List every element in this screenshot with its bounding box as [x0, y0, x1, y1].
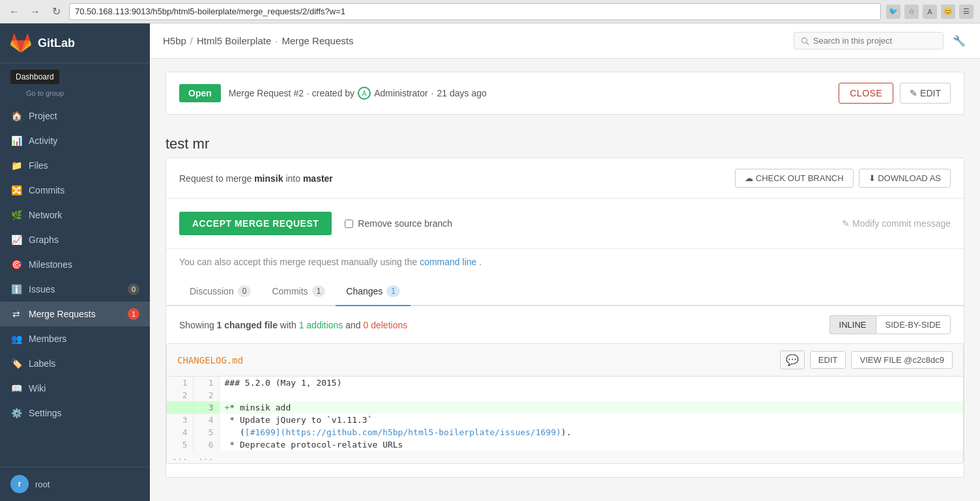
milestones-icon: 🎯: [10, 259, 22, 270]
mr-status-badge: Open: [179, 84, 221, 102]
sidebar-item-settings[interactable]: ⚙️ Settings: [0, 401, 150, 425]
merge-text: Request to merge minsik into master: [179, 173, 333, 184]
mr-meta: Merge Request #2 · created by A Administ…: [229, 87, 487, 100]
inline-view-button[interactable]: INLINE: [829, 315, 876, 334]
sidebar-item-network[interactable]: 🌿 Network: [0, 203, 150, 227]
graphs-icon: 📈: [10, 234, 22, 246]
sidebar-item-milestones[interactable]: 🎯 Milestones: [0, 252, 150, 277]
download-button[interactable]: ⬇ DOWNLOAD AS: [859, 169, 951, 188]
sidebar-nav: 🏠 Project 📊 Activity 📁 Files 🔀 Commits 🌿…: [0, 104, 150, 466]
mr-time-ago: 21 days ago: [437, 88, 486, 98]
page-content: Open Merge Request #2 · created by A Adm…: [150, 59, 980, 501]
side-by-side-view-button[interactable]: SIDE-BY-SIDE: [876, 315, 951, 334]
star-icon[interactable]: ☆: [904, 5, 919, 19]
sidebar-label-labels: Labels: [29, 358, 139, 369]
user-avatar[interactable]: r: [10, 475, 29, 493]
file-actions: 💬 EDIT VIEW FILE @c2c8dc9: [780, 351, 953, 369]
search-box[interactable]: [794, 32, 944, 50]
back-button[interactable]: ←: [7, 4, 22, 20]
mr-meta-sep: ·: [431, 88, 434, 98]
sidebar-label-issues: Issues: [29, 284, 121, 294]
merge-requests-badge: 1: [128, 308, 139, 320]
mr-creator: Administrator: [374, 88, 427, 98]
file-name: CHANGELOG.md: [177, 355, 243, 365]
command-line-link[interactable]: command line: [420, 257, 476, 267]
sidebar-item-activity[interactable]: 📊 Activity: [0, 128, 150, 153]
merge-label: Request to merge: [179, 173, 254, 184]
new-line-num: 1: [193, 377, 219, 389]
sidebar-group-area: Dashboard Go to group: [0, 63, 150, 104]
new-line-num: 2: [193, 389, 219, 401]
sidebar-item-labels[interactable]: 🏷️ Labels: [0, 351, 150, 376]
comment-icon-button[interactable]: 💬: [780, 351, 805, 369]
sidebar-label-settings: Settings: [29, 408, 139, 418]
sidebar-label-milestones: Milestones: [29, 259, 139, 270]
sidebar-label-files: Files: [29, 160, 139, 171]
browser-chrome: ← → ↻ 🐦 ☆ A 😊 ☰: [0, 0, 980, 23]
sidebar-item-merge-requests[interactable]: ⇄ Merge Requests 1: [0, 302, 150, 326]
tab-changes[interactable]: Changes 1: [336, 278, 411, 306]
sidebar-label-graphs: Graphs: [29, 235, 139, 245]
edit-file-button[interactable]: EDIT: [810, 351, 846, 369]
home-icon: 🏠: [10, 110, 22, 122]
sidebar-item-graphs[interactable]: 📈 Graphs: [0, 227, 150, 252]
breadcrumb-project[interactable]: Html5 Boilerplate: [197, 35, 271, 46]
sidebar-item-commits[interactable]: 🔀 Commits: [0, 178, 150, 203]
mr-body-card: Request to merge minsik into master ☁ CH…: [166, 158, 964, 478]
modify-commit-link[interactable]: ✎ Modify commit message: [842, 218, 951, 229]
checkout-branch-button[interactable]: ☁ CHECK OUT BRANCH: [735, 169, 853, 188]
mr-title-section: test mr: [166, 125, 964, 158]
gitlab-logo: [10, 33, 31, 53]
ellipsis-cell3: [219, 451, 963, 463]
old-line-num: 5: [167, 438, 193, 451]
file-diff: CHANGELOG.md 💬 EDIT VIEW FILE @c2c8dc9 1…: [166, 343, 964, 464]
accept-row: ACCEPT MERGE REQUEST Remove source branc…: [179, 212, 951, 235]
changes-header: Showing 1 changed file with 1 additions …: [166, 306, 964, 343]
menu-icon[interactable]: ☰: [959, 5, 973, 19]
diff-table: 1 1 ### 5.2.0 (May 1, 2015) 2 2: [167, 377, 963, 463]
sidebar-label-merge-requests: Merge Requests: [29, 309, 121, 319]
view-file-button[interactable]: VIEW FILE @c2c8dc9: [851, 351, 953, 369]
tab-discussion-label: Discussion: [190, 286, 234, 296]
close-button[interactable]: CLOSE: [839, 83, 893, 104]
diff-row: 1 1 ### 5.2.0 (May 1, 2015): [167, 377, 963, 389]
refresh-button[interactable]: ↻: [48, 4, 64, 20]
old-line-num: [167, 401, 193, 414]
changed-count: 1 changed file: [217, 320, 278, 330]
wrench-icon[interactable]: 🔧: [951, 33, 967, 48]
diff-row: 4 5 ([#1699](https://github.com/h5bp/htm…: [167, 426, 963, 438]
line-content: ([#1699](https://github.com/h5bp/html5-b…: [219, 426, 963, 438]
breadcrumb-org[interactable]: H5bp: [163, 35, 186, 46]
search-input[interactable]: [813, 36, 936, 46]
mr-meta-created: · created by: [307, 88, 354, 98]
tab-discussion[interactable]: Discussion 0: [179, 278, 261, 306]
sidebar-brand: GitLab: [38, 36, 75, 50]
remove-source-label: Remove source branch: [345, 218, 452, 229]
diff-ellipsis: ... ...: [167, 451, 963, 463]
tabs-bar: Discussion 0 Commits 1 Changes 1: [166, 278, 964, 306]
network-icon: 🌿: [10, 209, 22, 221]
sidebar-item-project[interactable]: 🏠 Project: [0, 104, 150, 128]
app-layout: GitLab Dashboard Go to group 🏠 Project 📊…: [0, 23, 980, 501]
accept-merge-request-button[interactable]: ACCEPT MERGE REQUEST: [179, 212, 332, 235]
diff-row: 3 4 * Update jQuery to `v1.11.3`: [167, 414, 963, 426]
sidebar-item-issues[interactable]: ℹ️ Issues 0: [0, 277, 150, 302]
view-toggle: INLINE SIDE-BY-SIDE: [829, 315, 951, 334]
sidebar-item-wiki[interactable]: 📖 Wiki: [0, 376, 150, 401]
remove-source-checkbox[interactable]: [345, 220, 353, 228]
tab-commits-count: 1: [312, 285, 326, 297]
sidebar-item-members[interactable]: 👥 Members: [0, 326, 150, 351]
tab-commits[interactable]: Commits 1: [261, 278, 336, 306]
extension-icon-face: 😊: [941, 5, 955, 19]
settings-icon: ⚙️: [10, 407, 22, 419]
tab-discussion-count: 0: [238, 285, 252, 297]
sidebar-item-files[interactable]: 📁 Files: [0, 153, 150, 178]
accept-note-end: .: [479, 257, 482, 267]
forward-button[interactable]: →: [27, 4, 43, 20]
svg-line-1: [807, 42, 809, 44]
edit-button[interactable]: ✎ EDIT: [900, 83, 951, 104]
old-line-num: 4: [167, 426, 193, 438]
url-bar[interactable]: [69, 3, 881, 20]
tab-changes-count: 1: [386, 285, 400, 297]
sidebar-footer: r root: [0, 466, 150, 501]
